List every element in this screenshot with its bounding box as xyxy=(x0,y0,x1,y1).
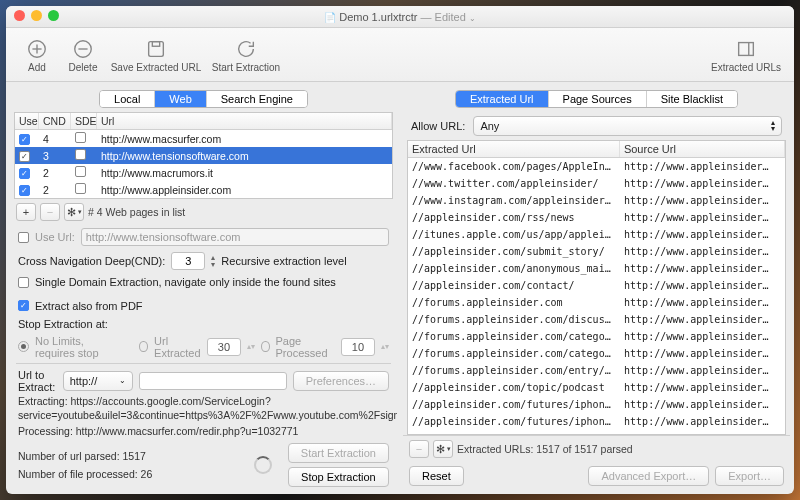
radio-no-limits[interactable] xyxy=(18,341,29,352)
remove-row-button[interactable]: − xyxy=(40,203,60,221)
tab-site-blacklist[interactable]: Site Blacklist xyxy=(647,91,737,107)
close-icon[interactable] xyxy=(14,10,25,21)
row-sde-checkbox[interactable] xyxy=(75,166,86,177)
add-button[interactable]: Add xyxy=(14,36,60,73)
row-source-url: http://www.appleinsider… xyxy=(620,228,785,241)
extracted-urls-panel-button[interactable]: Extracted URLs xyxy=(706,36,786,73)
minus-circle-icon xyxy=(70,36,96,62)
row-source-url: http://www.appleinsider… xyxy=(620,177,785,190)
tab-search-engine[interactable]: Search Engine xyxy=(207,91,307,107)
spinner-icon xyxy=(254,456,272,474)
tab-local[interactable]: Local xyxy=(100,91,155,107)
table-row[interactable]: //forums.appleinsider.com/categories/g…h… xyxy=(408,328,785,345)
table-row[interactable]: //www.facebook.com/pages/AppleInsi…http:… xyxy=(408,158,785,175)
table-row[interactable]: //www.instagram.com/appleinsider_offi…ht… xyxy=(408,192,785,209)
results-gear-button[interactable]: ✻▾ xyxy=(433,440,453,458)
num-parsed: Number of url parsed: 1517 xyxy=(18,450,248,462)
num-files: Number of file processed: 26 xyxy=(18,468,248,480)
gear-icon: ✻ xyxy=(67,206,76,219)
row-source-url: http://www.appleinsider… xyxy=(620,432,785,434)
results-remove-button[interactable]: − xyxy=(409,440,429,458)
row-source-url: http://www.appleinsider… xyxy=(620,245,785,258)
svg-rect-5 xyxy=(149,42,164,57)
scheme-select[interactable]: http://⌄ xyxy=(63,371,133,391)
cnd-stepper[interactable] xyxy=(171,252,205,270)
row-extracted-url: //appleinsider.com/futures/iphone-7 xyxy=(408,415,620,428)
cnd-label: Cross Navigation Deep(CND): xyxy=(18,255,165,267)
table-row[interactable]: 4http://www.macsurfer.com xyxy=(15,130,392,147)
col-url[interactable]: Url xyxy=(97,113,392,129)
row-source-url: http://www.appleinsider… xyxy=(620,160,785,173)
extract-pdf-checkbox[interactable] xyxy=(18,300,29,311)
row-sde-checkbox[interactable] xyxy=(75,149,86,160)
col-sde[interactable]: SDE xyxy=(71,113,97,129)
col-cnd[interactable]: CND xyxy=(39,113,71,129)
single-domain-label: Single Domain Extraction, navigate only … xyxy=(35,276,336,288)
single-domain-checkbox[interactable] xyxy=(18,277,29,288)
table-row[interactable]: 2http://www.appleinsider.com xyxy=(15,181,392,198)
minimize-icon[interactable] xyxy=(31,10,42,21)
row-url: http://www.tensionsoftware.com xyxy=(97,149,392,163)
stop-extraction-button[interactable]: Stop Extraction xyxy=(288,467,389,487)
use-url-checkbox[interactable] xyxy=(18,232,29,243)
table-row[interactable]: 2http://www.macrumors.it xyxy=(15,164,392,181)
col-extracted-url[interactable]: Extracted Url xyxy=(408,141,620,157)
zoom-icon[interactable] xyxy=(48,10,59,21)
stop-at-label: Stop Extraction at: xyxy=(18,318,108,330)
table-row[interactable]: //appleinsider.com/rss/newshttp://www.ap… xyxy=(408,209,785,226)
table-row[interactable]: //appleinsider.com/futures/2016-macb…htt… xyxy=(408,430,785,434)
url-to-extract-field[interactable] xyxy=(139,372,287,390)
table-row[interactable]: //appleinsider.com/futures/iphone-7http:… xyxy=(408,413,785,430)
table-row[interactable]: //appleinsider.com/contact/http://www.ap… xyxy=(408,277,785,294)
row-sde-checkbox[interactable] xyxy=(75,183,86,194)
app-window: 📄 Demo 1.urlxtrctr — Edited ⌄ Add Delete… xyxy=(6,6,794,494)
start-extraction-toolbar-button[interactable]: Start Extraction xyxy=(206,36,286,73)
table-row[interactable]: //forums.appleinsider.com/categories/g…h… xyxy=(408,345,785,362)
advanced-export-button[interactable]: Advanced Export… xyxy=(588,466,709,486)
gear-icon: ✻ xyxy=(436,443,445,456)
results-pane: Extracted Url Page Sources Site Blacklis… xyxy=(403,86,790,490)
url-list-table[interactable]: Use CND SDE Url 4http://www.macsurfer.co… xyxy=(14,112,393,199)
extracted-url-table[interactable]: Extracted Url Source Url //www.facebook.… xyxy=(407,140,786,435)
table-row[interactable]: //forums.appleinsider.comhttp://www.appl… xyxy=(408,294,785,311)
row-source-url: http://www.appleinsider… xyxy=(620,194,785,207)
row-use-checkbox[interactable] xyxy=(19,134,30,145)
row-source-url: http://www.appleinsider… xyxy=(620,398,785,411)
add-row-button[interactable]: + xyxy=(16,203,36,221)
preferences-button[interactable]: Preferences… xyxy=(293,371,389,391)
export-button[interactable]: Export… xyxy=(715,466,784,486)
table-row[interactable]: //appleinsider.com/submit_story/http://w… xyxy=(408,243,785,260)
row-use-checkbox[interactable] xyxy=(19,151,30,162)
table-row[interactable]: //forums.appleinsider.com/discussionshtt… xyxy=(408,311,785,328)
results-summary: Extracted URLs: 1517 of 1517 parsed xyxy=(457,443,633,455)
start-extraction-button[interactable]: Start Extraction xyxy=(288,443,389,463)
radio-url-extracted[interactable] xyxy=(139,341,148,352)
panel-icon xyxy=(733,36,759,62)
cnd-hint: Recursive extraction level xyxy=(221,255,346,267)
table-row[interactable]: //appleinsider.com/anonymous_mailer/http… xyxy=(408,260,785,277)
col-source-url[interactable]: Source Url xyxy=(620,141,785,157)
table-row[interactable]: //www.twitter.com/appleinsider/http://ww… xyxy=(408,175,785,192)
table-row[interactable]: //itunes.apple.com/us/app/appleinsid…htt… xyxy=(408,226,785,243)
row-use-checkbox[interactable] xyxy=(19,168,30,179)
allow-url-select[interactable]: Any ▴▾ xyxy=(473,116,782,136)
table-row[interactable]: //forums.appleinsider.com/entry/register… xyxy=(408,362,785,379)
table-row[interactable]: 3http://www.tensionsoftware.com xyxy=(15,147,392,164)
save-extracted-button[interactable]: Save Extracted URL xyxy=(106,36,206,73)
tab-extracted-url[interactable]: Extracted Url xyxy=(456,91,549,107)
delete-button[interactable]: Delete xyxy=(60,36,106,73)
reset-button[interactable]: Reset xyxy=(409,466,464,486)
row-sde-checkbox[interactable] xyxy=(75,132,86,143)
tab-web[interactable]: Web xyxy=(155,91,206,107)
gear-menu-button[interactable]: ✻▾ xyxy=(64,203,84,221)
tab-page-sources[interactable]: Page Sources xyxy=(549,91,647,107)
table-row[interactable]: //appleinsider.com/futures/iphone-8http:… xyxy=(408,396,785,413)
stepper-down-icon[interactable]: ▾ xyxy=(211,261,215,268)
col-use[interactable]: Use xyxy=(15,113,39,129)
chevron-down-icon: ▾ xyxy=(447,445,451,453)
window-title: 📄 Demo 1.urlxtrctr — Edited ⌄ xyxy=(324,11,476,23)
table-row[interactable]: //appleinsider.com/topic/podcasthttp://w… xyxy=(408,379,785,396)
radio-page-processed[interactable] xyxy=(261,341,270,352)
row-use-checkbox[interactable] xyxy=(19,185,30,196)
row-source-url: http://www.appleinsider… xyxy=(620,296,785,309)
